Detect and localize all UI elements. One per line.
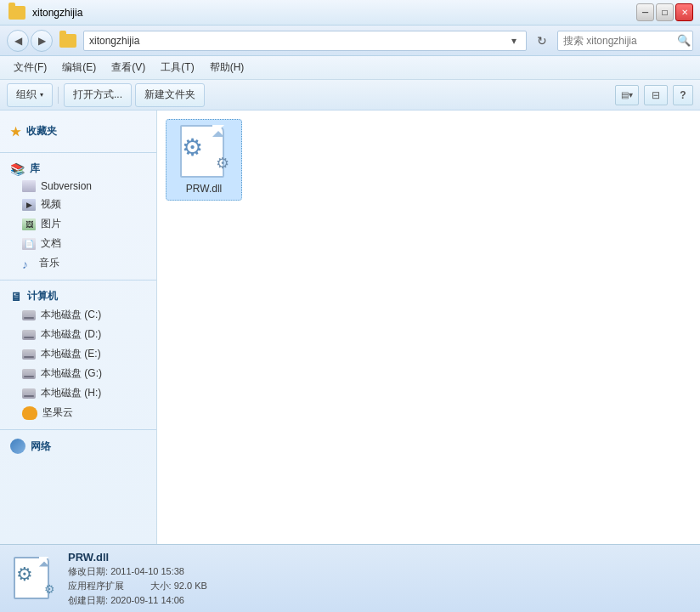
menu-help[interactable]: 帮助(H) (203, 58, 251, 77)
refresh-button[interactable]: ↻ (532, 31, 552, 51)
drive-e-label: 本地磁盘 (E:) (41, 347, 101, 361)
documents-label: 文档 (41, 236, 61, 251)
content-area: ⚙ ⚙ PRW.dll (157, 110, 700, 544)
help-button[interactable]: ? (673, 85, 693, 105)
status-info: PRW.dll 修改日期: 2011-04-10 15:38 应用程序扩展 大小… (68, 551, 207, 607)
drive-c-label: 本地磁盘 (C:) (41, 308, 101, 322)
music-icon: ♪ (22, 258, 34, 269)
pane-button[interactable]: ⊟ (644, 85, 668, 105)
drive-h-icon (22, 388, 36, 399)
toolbar-divider-1 (58, 87, 59, 104)
window-folder-icon (8, 6, 25, 20)
gear-small-icon: ⚙ (216, 154, 229, 173)
sidebar-item-drive-e[interactable]: 本地磁盘 (E:) (0, 344, 156, 364)
back-button[interactable]: ◀ (7, 30, 29, 52)
status-created: 创建日期: 2020-09-11 14:06 (68, 594, 207, 607)
network-section: 网络 (0, 434, 156, 456)
sidebar-item-drive-h[interactable]: 本地磁盘 (H:) (0, 383, 156, 403)
computer-header: 🖥 计算机 (0, 284, 156, 305)
address-dropdown-arrow[interactable]: ▾ (507, 35, 521, 47)
network-label: 网络 (31, 439, 51, 454)
star-icon: ★ (10, 125, 21, 139)
favorites-section: ★ 收藏夹 (0, 117, 156, 145)
title-bar-left: xitongzhijia (7, 6, 82, 20)
sidebar-divider-1 (0, 152, 156, 153)
file-name-prw: PRW.dll (186, 183, 222, 195)
search-wrap[interactable]: 🔍 (557, 31, 693, 51)
nav-buttons: ◀ ▶ (7, 30, 53, 52)
status-modified: 修改日期: 2011-04-10 15:38 (68, 565, 207, 578)
sidebar-item-subversion[interactable]: Subversion (0, 178, 156, 195)
subversion-icon (22, 180, 36, 192)
main-area: ★ 收藏夹 📚 库 Subversion ▶ 视频 🖼 图片 (0, 110, 700, 544)
search-input[interactable] (563, 35, 674, 47)
address-path: xitongzhijia (89, 35, 139, 47)
status-filename: PRW.dll (68, 551, 207, 564)
new-folder-button[interactable]: 新建文件夹 (135, 83, 205, 107)
drive-g-label: 本地磁盘 (G:) (41, 366, 102, 381)
toolbar: 组织 ▾ 打开方式... 新建文件夹 ▤▾ ⊟ ? (0, 80, 700, 110)
address-folder-icon (59, 34, 76, 48)
drive-d-label: 本地磁盘 (D:) (41, 327, 101, 342)
sidebar-item-documents[interactable]: 📄 文档 (0, 234, 156, 253)
file-item-prw-dll[interactable]: ⚙ ⚙ PRW.dll (166, 119, 242, 201)
music-label: 音乐 (39, 256, 59, 270)
jianguoyun-label: 坚果云 (42, 405, 73, 420)
sidebar-item-jianguoyun[interactable]: 坚果云 (0, 403, 156, 422)
menu-bar: 文件(F) 编辑(E) 查看(V) 工具(T) 帮助(H) (0, 56, 700, 80)
title-bar: xitongzhijia ─ □ ✕ (0, 0, 700, 26)
address-bar: ◀ ▶ xitongzhijia ▾ ↻ 🔍 (0, 26, 700, 56)
computer-icon: 🖥 (10, 290, 22, 303)
sidebar-item-video[interactable]: ▶ 视频 (0, 195, 156, 214)
toolbar-right: ▤▾ ⊟ ? (615, 85, 693, 105)
sidebar-item-drive-c[interactable]: 本地磁盘 (C:) (0, 305, 156, 325)
computer-section: 🖥 计算机 本地磁盘 (C:) 本地磁盘 (D:) 本地磁盘 (E:) 本地磁盘… (0, 284, 156, 422)
close-button[interactable]: ✕ (675, 3, 693, 21)
organize-dropdown-arrow: ▾ (40, 91, 43, 99)
window-title: xitongzhijia (32, 7, 82, 19)
video-icon: ▶ (22, 199, 36, 211)
forward-button[interactable]: ▶ (31, 30, 53, 52)
jianguoyun-icon (22, 406, 37, 420)
menu-edit[interactable]: 编辑(E) (55, 58, 103, 77)
status-gear-large-icon: ⚙ (16, 564, 33, 586)
maximize-button[interactable]: □ (656, 3, 674, 21)
subversion-label: Subversion (41, 180, 92, 192)
address-input-wrap: xitongzhijia ▾ (83, 31, 527, 51)
sidebar-item-drive-g[interactable]: 本地磁盘 (G:) (0, 364, 156, 383)
drive-g-icon (22, 369, 36, 379)
library-label: 库 (30, 162, 40, 176)
network-header: 网络 (0, 434, 156, 456)
open-with-button[interactable]: 打开方式... (64, 83, 132, 107)
sidebar-item-drive-d[interactable]: 本地磁盘 (D:) (0, 325, 156, 344)
sidebar-item-music[interactable]: ♪ 音乐 (0, 253, 156, 273)
minimize-button[interactable]: ─ (636, 3, 654, 21)
sidebar-divider-3 (0, 429, 156, 430)
computer-label: 计算机 (27, 289, 58, 303)
organize-button[interactable]: 组织 ▾ (7, 83, 53, 107)
pictures-label: 图片 (41, 217, 61, 231)
view-toggle-button[interactable]: ▤▾ (615, 85, 639, 105)
status-file-icon: ⚙ ⚙ (14, 557, 54, 601)
favorites-label: 收藏夹 (26, 124, 57, 139)
sidebar-divider-2 (0, 280, 156, 280)
menu-file[interactable]: 文件(F) (7, 58, 54, 77)
library-header: 📚 库 (0, 156, 156, 178)
menu-view[interactable]: 查看(V) (104, 58, 152, 77)
drive-h-label: 本地磁盘 (H:) (41, 386, 101, 400)
sidebar-item-pictures[interactable]: 🖼 图片 (0, 214, 156, 234)
documents-icon: 📄 (22, 238, 36, 250)
drive-d-icon (22, 330, 36, 340)
search-icon[interactable]: 🔍 (677, 34, 691, 47)
menu-tools[interactable]: 工具(T) (154, 58, 200, 77)
title-bar-controls[interactable]: ─ □ ✕ (636, 3, 693, 21)
video-label: 视频 (41, 197, 61, 212)
gear-large-icon: ⚙ (182, 133, 203, 162)
status-type-size: 应用程序扩展 大小: 92.0 KB (68, 580, 207, 592)
dll-icon: ⚙ ⚙ (178, 125, 229, 179)
favorites-header: ★ 收藏夹 (0, 121, 156, 142)
open-with-label: 打开方式... (73, 88, 122, 102)
drive-e-icon (22, 349, 36, 360)
status-bar: ⚙ ⚙ PRW.dll 修改日期: 2011-04-10 15:38 应用程序扩… (0, 544, 700, 612)
status-gear-small-icon: ⚙ (44, 582, 55, 596)
